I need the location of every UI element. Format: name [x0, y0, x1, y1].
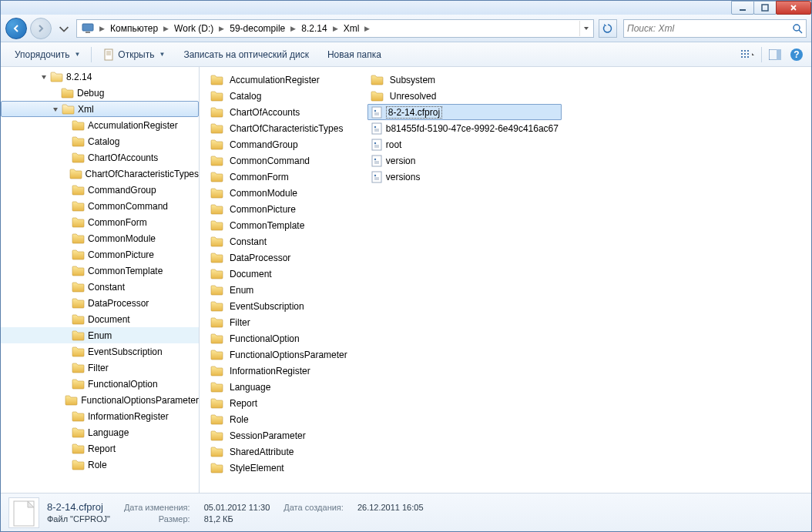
tree-item[interactable]: Role	[1, 457, 199, 473]
expand-icon[interactable]	[61, 234, 70, 243]
folder-item[interactable]: CommonModule	[207, 185, 351, 201]
search-input[interactable]	[627, 23, 792, 34]
folder-item[interactable]: FunctionalOption	[207, 330, 351, 346]
chevron-right-icon[interactable]: ▶	[288, 25, 298, 32]
folder-item[interactable]: AccumulationRegister	[207, 72, 351, 88]
expand-icon[interactable]	[51, 105, 60, 114]
tree-item[interactable]: CommonForm	[1, 214, 199, 230]
tree-item[interactable]: FunctionalOptionsParameter	[1, 392, 199, 408]
file-list[interactable]: AccumulationRegisterCatalogChartOfAccoun…	[200, 67, 811, 493]
file-item[interactable]: versions	[367, 169, 562, 185]
expand-icon[interactable]	[61, 412, 70, 421]
tree-item[interactable]: FunctionalOption	[1, 376, 199, 392]
tree-item[interactable]: Debug	[1, 85, 199, 101]
tree-item[interactable]: CommonCommand	[1, 198, 199, 214]
tree-item[interactable]: Report	[1, 440, 199, 457]
expand-icon[interactable]	[61, 266, 70, 276]
minimize-button[interactable]	[731, 1, 754, 15]
new-folder-button[interactable]: Новая папка	[320, 46, 389, 63]
tree-item[interactable]: Constant	[1, 279, 199, 295]
expand-icon[interactable]	[61, 121, 70, 130]
folder-item[interactable]: Filter	[207, 314, 351, 330]
folder-item[interactable]: StyleElement	[207, 460, 351, 476]
expand-icon[interactable]	[61, 444, 70, 453]
expand-icon[interactable]	[61, 299, 70, 308]
organize-button[interactable]: Упорядочить▼	[7, 46, 88, 63]
expand-icon[interactable]	[61, 202, 70, 211]
chevron-right-icon[interactable]: ▶	[362, 25, 372, 32]
tree-item[interactable]: ChartOfAccounts	[1, 149, 199, 166]
burn-button[interactable]: Записать на оптический диск	[176, 46, 317, 63]
folder-item[interactable]: CommonCommand	[207, 152, 351, 169]
folder-tree[interactable]: 8.2.14DebugXmlAccumulationRegisterCatalo…	[1, 67, 200, 493]
tree-item[interactable]: CommandGroup	[1, 182, 199, 198]
folder-item[interactable]: CommonForm	[207, 169, 351, 185]
search-box[interactable]	[623, 19, 807, 38]
tree-item[interactable]: ChartOfCharacteristicTypes	[1, 166, 199, 182]
folder-item[interactable]: InformationRegister	[207, 363, 351, 379]
breadcrumb-item[interactable]: 59-decompile	[226, 22, 288, 35]
folder-item[interactable]: CommonPicture	[207, 201, 351, 217]
folder-item[interactable]: Language	[207, 379, 351, 395]
chevron-right-icon[interactable]: ▶	[216, 25, 226, 32]
maximize-button[interactable]	[753, 1, 777, 15]
folder-item[interactable]: Enum	[207, 282, 351, 298]
tree-item[interactable]: AccumulationRegister	[1, 117, 199, 133]
folder-item[interactable]: CommonTemplate	[207, 217, 351, 233]
tree-item[interactable]: Language	[1, 424, 199, 440]
close-button[interactable]	[776, 1, 811, 15]
expand-icon[interactable]	[61, 396, 63, 405]
file-item[interactable]: root	[367, 136, 562, 152]
breadcrumb-item[interactable]: 8.2.14	[298, 22, 330, 35]
folder-item[interactable]: DataProcessor	[207, 249, 351, 266]
expand-icon[interactable]	[61, 315, 70, 324]
folder-item[interactable]: EventSubscription	[207, 298, 351, 314]
expand-icon[interactable]	[61, 186, 70, 195]
expand-icon[interactable]	[61, 331, 70, 340]
tree-item[interactable]: CommonTemplate	[1, 263, 199, 279]
folder-item[interactable]: SharedAttribute	[207, 443, 351, 460]
tree-item[interactable]: 8.2.14	[1, 69, 199, 85]
folder-item[interactable]: Catalog	[207, 88, 351, 104]
chevron-right-icon[interactable]: ▶	[331, 25, 341, 32]
folder-item[interactable]: Unresolved	[367, 88, 562, 104]
tree-item[interactable]: CommonModule	[1, 230, 199, 246]
expand-icon[interactable]	[61, 428, 70, 437]
expand-icon[interactable]	[61, 347, 70, 356]
help-button[interactable]: ?	[788, 46, 805, 63]
preview-pane-button[interactable]	[767, 46, 783, 63]
chevron-right-icon[interactable]: ▶	[161, 25, 171, 32]
folder-item[interactable]: CommandGroup	[207, 136, 351, 152]
folder-item[interactable]: ChartOfAccounts	[207, 104, 351, 120]
folder-item[interactable]: Document	[207, 266, 351, 282]
nav-back-button[interactable]	[5, 18, 27, 39]
folder-item[interactable]: FunctionalOptionsParameter	[207, 346, 351, 363]
expand-icon[interactable]	[61, 137, 70, 146]
open-button[interactable]: Открыть▼	[95, 45, 173, 64]
folder-item[interactable]: Subsystem	[367, 72, 562, 88]
expand-icon[interactable]	[61, 153, 70, 162]
view-options-button[interactable]	[740, 46, 757, 63]
folder-item[interactable]: Constant	[207, 233, 351, 249]
address-dropdown[interactable]	[579, 21, 592, 36]
breadcrumb-item[interactable]: Компьютер	[107, 22, 161, 35]
tree-item[interactable]: Catalog	[1, 133, 199, 149]
folder-item[interactable]: Role	[207, 411, 351, 427]
address-bar[interactable]: ▶ Компьютер▶ Work (D:)▶ 59-decompile▶ 8.…	[76, 19, 594, 38]
folder-item[interactable]: Report	[207, 395, 351, 411]
expand-icon[interactable]	[61, 218, 70, 227]
tree-item[interactable]: CommonPicture	[1, 246, 199, 263]
nav-forward-button[interactable]	[30, 18, 52, 39]
folder-item[interactable]: ChartOfCharacteristicTypes	[207, 120, 351, 136]
expand-icon[interactable]	[61, 363, 70, 373]
search-icon[interactable]	[792, 23, 803, 34]
tree-item[interactable]: Xml	[1, 101, 199, 117]
file-item[interactable]: 8-2-14.cfproj	[367, 104, 562, 120]
expand-icon[interactable]	[61, 380, 70, 389]
tree-item[interactable]: DataProcessor	[1, 295, 199, 311]
expand-icon[interactable]	[61, 169, 68, 179]
folder-item[interactable]: SessionParameter	[207, 427, 351, 443]
expand-icon[interactable]	[39, 72, 49, 82]
chevron-right-icon[interactable]: ▶	[97, 25, 107, 32]
tree-item[interactable]: Filter	[1, 360, 199, 376]
